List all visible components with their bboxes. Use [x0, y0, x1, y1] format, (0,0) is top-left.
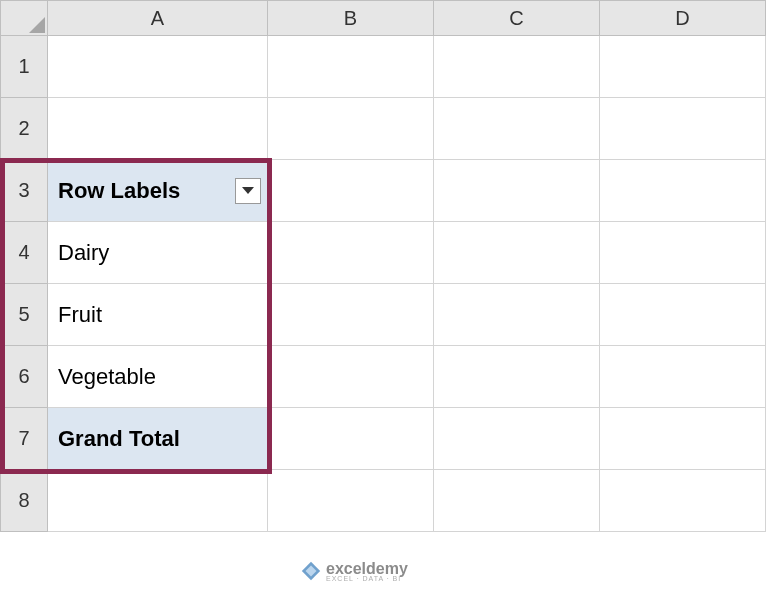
cell-a1[interactable] — [48, 36, 268, 98]
cell-b4[interactable] — [268, 222, 434, 284]
row-header-7[interactable]: 7 — [0, 408, 48, 470]
column-header-d[interactable]: D — [600, 0, 766, 36]
cell-d7[interactable] — [600, 408, 766, 470]
watermark: exceldemy EXCEL · DATA · BI — [300, 560, 408, 582]
row-header-3[interactable]: 3 — [0, 160, 48, 222]
cell-c3[interactable] — [434, 160, 600, 222]
watermark-brand: exceldemy EXCEL · DATA · BI — [326, 560, 408, 582]
cell-d8[interactable] — [600, 470, 766, 532]
cell-a8[interactable] — [48, 470, 268, 532]
pivot-item-fruit[interactable]: Fruit — [48, 284, 268, 346]
cell-b8[interactable] — [268, 470, 434, 532]
watermark-tagline: EXCEL · DATA · BI — [326, 575, 408, 582]
cell-c2[interactable] — [434, 98, 600, 160]
row-header-5[interactable]: 5 — [0, 284, 48, 346]
pivot-header-text: Row Labels — [58, 178, 180, 204]
cell-d6[interactable] — [600, 346, 766, 408]
pivot-filter-button[interactable] — [235, 178, 261, 204]
cell-b2[interactable] — [268, 98, 434, 160]
cell-d5[interactable] — [600, 284, 766, 346]
chevron-down-icon — [242, 187, 254, 194]
spreadsheet-grid: A B C D 1 2 3 Row Labels 4 Dairy 5 Fruit… — [0, 0, 767, 532]
cell-b6[interactable] — [268, 346, 434, 408]
row-header-8[interactable]: 8 — [0, 470, 48, 532]
cell-c4[interactable] — [434, 222, 600, 284]
cell-d3[interactable] — [600, 160, 766, 222]
cell-c5[interactable] — [434, 284, 600, 346]
cell-b5[interactable] — [268, 284, 434, 346]
cell-b3[interactable] — [268, 160, 434, 222]
cell-c1[interactable] — [434, 36, 600, 98]
pivot-row-labels-header[interactable]: Row Labels — [48, 160, 268, 222]
cell-c8[interactable] — [434, 470, 600, 532]
row-header-4[interactable]: 4 — [0, 222, 48, 284]
row-header-2[interactable]: 2 — [0, 98, 48, 160]
cell-b1[interactable] — [268, 36, 434, 98]
row-header-1[interactable]: 1 — [0, 36, 48, 98]
cell-c7[interactable] — [434, 408, 600, 470]
pivot-grand-total[interactable]: Grand Total — [48, 408, 268, 470]
select-all-corner[interactable] — [0, 0, 48, 36]
cell-d1[interactable] — [600, 36, 766, 98]
cell-c6[interactable] — [434, 346, 600, 408]
column-header-c[interactable]: C — [434, 0, 600, 36]
column-header-b[interactable]: B — [268, 0, 434, 36]
column-header-a[interactable]: A — [48, 0, 268, 36]
watermark-icon — [300, 560, 322, 582]
cell-b7[interactable] — [268, 408, 434, 470]
pivot-item-dairy[interactable]: Dairy — [48, 222, 268, 284]
cell-d4[interactable] — [600, 222, 766, 284]
cell-a2[interactable] — [48, 98, 268, 160]
pivot-item-vegetable[interactable]: Vegetable — [48, 346, 268, 408]
row-header-6[interactable]: 6 — [0, 346, 48, 408]
cell-d2[interactable] — [600, 98, 766, 160]
